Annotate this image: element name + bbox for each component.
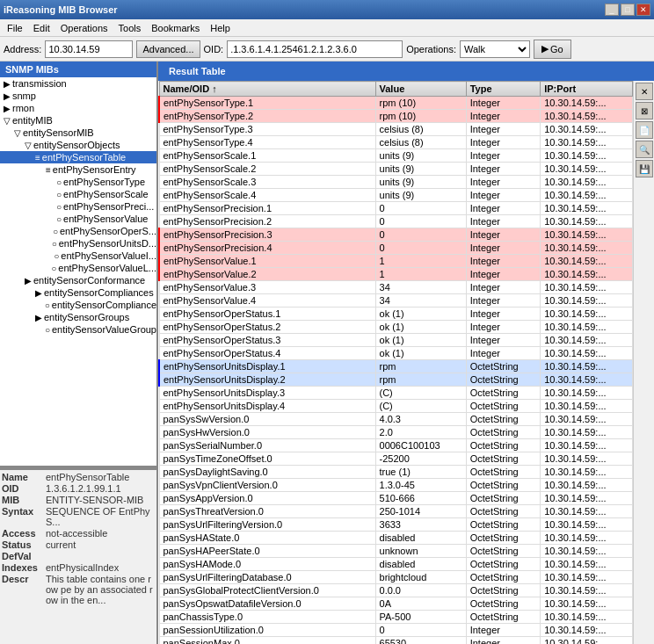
table-container: Name/OID ↑ Value Type IP:Port entPhySens… xyxy=(158,81,633,644)
table-cell-ip: 10.30.14.59:... xyxy=(541,123,633,136)
table-row[interactable]: panSysHAPeerState.0unknownOctetString10.… xyxy=(159,545,633,558)
table-row[interactable]: entPhySensorUnitsDisplay.3(C)OctetString… xyxy=(159,387,633,400)
col-name[interactable]: Name/OID ↑ xyxy=(159,82,375,97)
close-button[interactable]: ✕ xyxy=(636,4,650,16)
tree-item[interactable]: ○ entPhySensorUnitsD... xyxy=(0,237,156,250)
table-row[interactable]: panSysHAMode.0disabledOctetString10.30.1… xyxy=(159,558,633,571)
tree-node-icon: ○ xyxy=(52,239,57,249)
address-input[interactable] xyxy=(45,40,133,58)
table-cell-value: 1.3.0-45 xyxy=(375,479,466,492)
menu-item-edit[interactable]: Edit xyxy=(28,21,55,35)
table-row[interactable]: panSysHAState.0disabledOctetString10.30.… xyxy=(159,532,633,545)
table-row[interactable]: entPhySensorValue.434Integer10.30.14.59:… xyxy=(159,294,633,308)
table-row[interactable]: entPhySensorType.1rpm (10)Integer10.30.1… xyxy=(159,97,633,110)
tree-item[interactable]: ▶ transmission xyxy=(0,77,156,90)
result-table-header: Result Table xyxy=(162,63,233,79)
table-row[interactable]: panSessionMax.065530Integer10.30.14.59:.… xyxy=(159,637,633,645)
table-row[interactable]: panSysTimeZoneOffset.0-25200OctetString1… xyxy=(159,452,633,466)
col-ip[interactable]: IP:Port xyxy=(541,82,633,97)
table-row[interactable]: panSessionUtilization.00Integer10.30.14.… xyxy=(159,624,633,637)
menu-item-help[interactable]: Help xyxy=(205,21,236,35)
table-row[interactable]: panSysSerialNumber.00006C100103OctetStri… xyxy=(159,439,633,452)
close-icon[interactable]: ✕ xyxy=(636,83,653,100)
table-row[interactable]: entPhySensorScale.4units (9)Integer10.30… xyxy=(159,189,633,202)
tree-item[interactable]: ○ entitySensorCompliance xyxy=(0,299,156,311)
tree-item[interactable]: ▶ entitySensorConformance xyxy=(0,274,156,286)
table-row[interactable]: panSysThreatVersion.0250-1014OctetString… xyxy=(159,505,633,518)
go-button[interactable]: ▶ Go xyxy=(534,40,571,59)
table-row[interactable]: entPhySensorPrecision.40Integer10.30.14.… xyxy=(159,242,633,255)
col-type[interactable]: Type xyxy=(466,82,541,97)
save-icon[interactable]: 💾 xyxy=(636,160,653,177)
tree-node-icon: ▶ xyxy=(4,91,11,101)
table-row[interactable]: entPhySensorValue.21Integer10.30.14.59:.… xyxy=(159,268,633,281)
table-row[interactable]: entPhySensorOperStatus.4ok (1)Integer10.… xyxy=(159,347,633,360)
table-row[interactable]: entPhySensorOperStatus.3ok (1)Integer10.… xyxy=(159,334,633,347)
table-cell-name: entPhySensorValue.1 xyxy=(159,255,375,268)
tree-item[interactable]: ○ entitySensorValueGroup xyxy=(0,323,156,336)
table-row[interactable]: entPhySensorType.4celsius (8)Integer10.3… xyxy=(159,136,633,149)
table-row[interactable]: entPhySensorType.2rpm (10)Integer10.30.1… xyxy=(159,110,633,123)
tree-item[interactable]: ▽ entitySensorObjects xyxy=(0,139,156,151)
advanced-button[interactable]: Advanced... xyxy=(136,40,200,58)
table-cell-type: OctetString xyxy=(466,532,541,545)
table-row[interactable]: entPhySensorUnitsDisplay.1rpmOctetString… xyxy=(159,360,633,373)
tree-item[interactable]: ▽ entitySensorMIB xyxy=(0,127,156,139)
table-cell-name: panSessionUtilization.0 xyxy=(159,624,375,637)
table-row[interactable]: entPhySensorScale.3units (9)Integer10.30… xyxy=(159,176,633,189)
table-row[interactable]: panSysAppVersion.0510-666OctetString10.3… xyxy=(159,492,633,505)
menu-item-bookmarks[interactable]: Bookmarks xyxy=(146,21,205,35)
document-icon[interactable]: 📄 xyxy=(636,121,653,139)
tree-item[interactable]: ○ entPhySensorValueL... xyxy=(0,262,156,274)
table-row[interactable]: entPhySensorUnitsDisplay.4(C)OctetString… xyxy=(159,400,633,413)
table-row[interactable]: panChassisType.0PA-500OctetString10.30.1… xyxy=(159,611,633,624)
table-row[interactable]: entPhySensorScale.1units (9)Integer10.30… xyxy=(159,149,633,163)
table-row[interactable]: entPhySensorType.3celsius (8)Integer10.3… xyxy=(159,123,633,136)
tree-item[interactable]: ○ entPhySensorScale xyxy=(0,188,156,200)
table-row[interactable]: panSysSwVersion.04.0.3OctetString10.30.1… xyxy=(159,413,633,426)
operations-select[interactable]: Walk Get GetNext Set xyxy=(460,40,530,58)
tree-item[interactable]: ▶ entitySensorGroups xyxy=(0,311,156,323)
table-row[interactable]: entPhySensorPrecision.30Integer10.30.14.… xyxy=(159,228,633,242)
table-row[interactable]: panSysHwVersion.02.0OctetString10.30.14.… xyxy=(159,426,633,439)
tree-item[interactable]: ≡ entPhySensorEntry xyxy=(0,163,156,176)
table-row[interactable]: entPhySensorValue.11Integer10.30.14.59:.… xyxy=(159,255,633,268)
tree-item[interactable]: ▶ snmp xyxy=(0,90,156,102)
table-cell-type: Integer xyxy=(466,294,541,308)
clear-icon[interactable]: ⊠ xyxy=(636,102,653,119)
table-row[interactable]: panSysOpswatDatafileVersion.00AOctetStri… xyxy=(159,597,633,611)
table-cell-ip: 10.30.14.59:... xyxy=(541,373,633,387)
table-row[interactable]: panSysGlobalProtectClientVersion.00.0.0O… xyxy=(159,584,633,597)
col-value[interactable]: Value xyxy=(375,82,466,97)
search-icon[interactable]: 🔍 xyxy=(636,141,653,158)
tree-item[interactable]: ▶ entitySensorCompliances xyxy=(0,286,156,299)
table-row[interactable]: panSysUrlFilteringDatabase.0brightcloudO… xyxy=(159,571,633,584)
tree-item[interactable]: ▶ rmon xyxy=(0,102,156,114)
tree-item[interactable]: ○ entPhySensorPreci... xyxy=(0,200,156,213)
table-row[interactable]: panSysUrlFilteringVersion.03633OctetStri… xyxy=(159,518,633,532)
table-row[interactable]: entPhySensorUnitsDisplay.2rpmOctetString… xyxy=(159,373,633,387)
table-row[interactable]: entPhySensorValue.334Integer10.30.14.59:… xyxy=(159,281,633,294)
table-row[interactable]: panSysVpnClientVersion.01.3.0-45OctetStr… xyxy=(159,479,633,492)
tree-item[interactable]: ○ entPhySensorValueI... xyxy=(0,250,156,262)
table-cell-value: brightcloud xyxy=(375,571,466,584)
menu-item-file[interactable]: File xyxy=(2,21,28,35)
menu-item-tools[interactable]: Tools xyxy=(113,21,147,35)
tree-item[interactable]: ○ entPhySensorType xyxy=(0,176,156,188)
oid-input[interactable] xyxy=(227,40,403,58)
table-cell-ip: 10.30.14.59:... xyxy=(541,308,633,321)
menu-item-operations[interactable]: Operations xyxy=(55,21,113,35)
table-cell-name: entPhySensorOperStatus.2 xyxy=(159,321,375,334)
table-row[interactable]: entPhySensorPrecision.10Integer10.30.14.… xyxy=(159,202,633,215)
minimize-button[interactable]: _ xyxy=(605,4,619,16)
table-row[interactable]: panSysDaylightSaving.0true (1)OctetStrin… xyxy=(159,466,633,479)
table-row[interactable]: entPhySensorOperStatus.2ok (1)Integer10.… xyxy=(159,321,633,334)
table-row[interactable]: entPhySensorScale.2units (9)Integer10.30… xyxy=(159,163,633,176)
tree-item[interactable]: ≡ entPhySensorTable xyxy=(0,151,156,163)
tree-item[interactable]: ○ entPhySensorOperS... xyxy=(0,225,156,237)
maximize-button[interactable]: □ xyxy=(621,4,635,16)
table-row[interactable]: entPhySensorOperStatus.1ok (1)Integer10.… xyxy=(159,308,633,321)
tree-item[interactable]: ▽ entityMIB xyxy=(0,114,156,127)
table-row[interactable]: entPhySensorPrecision.20Integer10.30.14.… xyxy=(159,215,633,228)
tree-item[interactable]: ○ entPhySensorValue xyxy=(0,213,156,225)
